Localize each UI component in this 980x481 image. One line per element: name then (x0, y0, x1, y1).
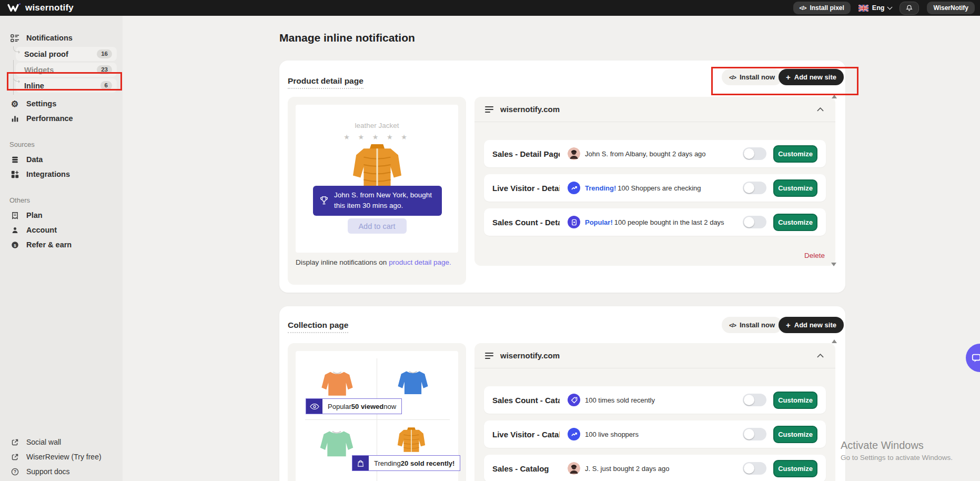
notification-title: Sales - Detail Page (492, 149, 560, 158)
sidebar-item-data[interactable]: Data (0, 152, 123, 167)
sidebar-item-account[interactable]: Account (0, 223, 123, 237)
toggle-knob (744, 395, 754, 405)
customize-button[interactable]: Customize (773, 214, 817, 231)
notification-rows: Sales Count - Catalog 100 times sold rec… (474, 368, 835, 481)
watermark-line2: Go to Settings to activate Windows. (841, 454, 953, 462)
tree-branch (13, 76, 18, 82)
sidebar-item-plan[interactable]: Plan (0, 208, 123, 223)
add-new-site-button[interactable]: + Add new site (779, 69, 844, 85)
message-text: John S. from Albany, bought 2 days ago (585, 150, 706, 158)
sidebar-item-inline[interactable]: Inline 6 (16, 78, 117, 93)
chat-icon (972, 353, 980, 363)
notification-title: Live Visitor - Detail (492, 184, 560, 193)
customize-button[interactable]: Customize (773, 145, 817, 163)
scroll-down-arrow[interactable] (831, 263, 836, 266)
eye-icon (306, 399, 322, 414)
site-notifications-panel: wisernotify.com Sales Count - Catalog 10… (474, 343, 835, 481)
plan-ticket-icon (9, 212, 20, 219)
enable-toggle[interactable] (743, 216, 766, 228)
menu-lines-icon (485, 353, 493, 359)
language-selector[interactable]: Eng (858, 4, 892, 12)
bell-icon (905, 4, 913, 12)
sidebar-item-social-wall[interactable]: Social wall (0, 435, 123, 449)
product-preview-card: leather Jacket ★ ★ ★ ★ ★ John S. from Ne… (288, 97, 466, 285)
windows-activation-watermark: Activate Windows Go to Settings to activ… (841, 439, 953, 462)
notification-rows: Sales - Detail Page John S. from Albany,… (474, 122, 835, 236)
sidebar-label: Social wall (26, 438, 61, 446)
sidebar-item-support-docs[interactable]: ? Support docs (0, 464, 123, 479)
product-detail-page-link[interactable]: product detail page. (389, 258, 451, 266)
sidebar-label: WiserReview (Try free) (26, 453, 102, 461)
page-title: Manage inline notification (279, 32, 415, 44)
trending-icon (568, 428, 580, 440)
topbar-actions: </> Install pixel Eng (793, 2, 975, 15)
message-text: 100 live shoppers (585, 430, 639, 438)
sidebar-item-notifications[interactable]: Notifications (0, 31, 123, 45)
shopping-bag-icon (352, 456, 369, 470)
language-label: Eng (872, 4, 885, 12)
sidebar: Notifications Social proof 16 Widgets 23… (0, 16, 123, 481)
add-new-site-label: Add new site (794, 73, 836, 81)
database-icon (9, 156, 20, 164)
site-name: wisernotify.com (500, 351, 560, 360)
notification-row-live-visitor-catalog: Live Visitor - Catalog 100 live shoppers… (484, 420, 826, 448)
chevron-up-icon[interactable] (817, 107, 824, 112)
gear-icon: ⚙ (9, 99, 20, 109)
section-title: Product detail page (288, 76, 363, 89)
person-icon (9, 226, 20, 234)
customize-button[interactable]: Customize (773, 179, 817, 197)
add-to-cart-button[interactable]: Add to cart (348, 218, 407, 234)
enable-toggle[interactable] (743, 147, 766, 160)
sidebar-label: Support docs (26, 467, 70, 476)
collection-preview-card: Popular 50 viewed now Trending 20 sold r… (288, 343, 466, 481)
popular-viewed-badge: Popular 50 viewed now (306, 398, 402, 414)
sidebar-item-wiserreview[interactable]: WiserReview (Try free) (0, 449, 123, 464)
install-pixel-label: Install pixel (810, 4, 844, 12)
notifications-bell-button[interactable] (900, 2, 919, 15)
uk-flag-icon (858, 5, 868, 12)
message-text: 100 times sold recently (585, 396, 655, 404)
sidebar-item-integrations[interactable]: Integrations (0, 167, 123, 182)
sidebar-item-performance[interactable]: Performance (0, 111, 123, 126)
install-now-button[interactable]: </> Install now (722, 69, 782, 85)
customize-button[interactable]: Customize (773, 460, 817, 477)
inline-notification-banner: John S. from New York, bought this item … (313, 186, 442, 216)
badge-label: Popular 50 viewed now (322, 399, 401, 414)
avatar (568, 462, 580, 475)
svg-text:?: ? (13, 469, 16, 474)
enable-toggle[interactable] (743, 182, 766, 194)
sidebar-item-widgets[interactable]: Widgets 23 (16, 63, 117, 77)
sidebar-label: Account (26, 226, 57, 234)
install-now-label: Install now (740, 73, 775, 81)
enable-toggle[interactable] (743, 462, 766, 475)
notification-title: Sales - Catalog (492, 464, 560, 473)
enable-toggle[interactable] (743, 394, 766, 406)
install-now-button[interactable]: </> Install now (722, 317, 782, 333)
sidebar-item-settings[interactable]: ⚙ Settings (0, 96, 123, 111)
install-pixel-button[interactable]: </> Install pixel (793, 2, 851, 14)
notification-title: Live Visitor - Catalog (492, 430, 560, 439)
sidebar-label: Widgets (24, 66, 54, 74)
sidebar-item-refer-earn[interactable]: $ Refer & earn (0, 237, 123, 252)
chat-fab-button[interactable] (966, 344, 980, 372)
delete-link[interactable]: Delete (804, 252, 825, 259)
topbar: wisernotify </> Install pixel Eng (0, 0, 980, 16)
account-button[interactable]: WiserNotify (927, 2, 975, 14)
customize-button[interactable]: Customize (773, 426, 817, 443)
tree-branch (13, 46, 18, 52)
scroll-up-arrow[interactable] (832, 339, 837, 343)
install-now-label: Install now (740, 321, 775, 329)
code-icon: </> (800, 5, 806, 11)
enable-toggle[interactable] (743, 428, 766, 440)
sidebar-item-social-proof[interactable]: Social proof 16 (16, 47, 117, 61)
scroll-up-arrow[interactable] (832, 95, 837, 98)
svg-text:$: $ (14, 243, 16, 247)
trending-sold-badge: Trending 20 sold recently! (352, 455, 460, 471)
count-badge: 16 (97, 49, 112, 59)
chevron-up-icon[interactable] (817, 354, 824, 358)
app-logo[interactable]: wisernotify (7, 3, 74, 13)
notification-title: Sales Count - Detail (492, 218, 560, 227)
add-new-site-button[interactable]: + Add new site (779, 317, 844, 333)
customize-button[interactable]: Customize (773, 392, 817, 409)
banner-text: John S. from New York, bought this item … (334, 191, 432, 209)
